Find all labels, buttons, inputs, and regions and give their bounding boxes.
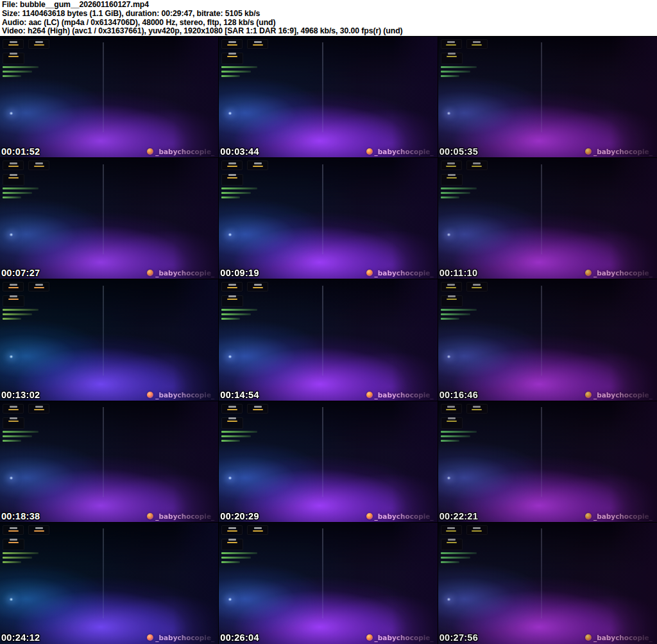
- video-thumbnail: 00:07:27 _babychocopie_: [0, 158, 219, 279]
- overlay-chat-lines: [221, 309, 257, 320]
- overlay-timer-box: [441, 295, 463, 307]
- watermark: _babychocopie_: [585, 512, 653, 520]
- watermark: _babychocopie_: [366, 512, 434, 520]
- overlay-chat-lines: [3, 552, 38, 563]
- stage-lamp-glow: [228, 355, 232, 358]
- stream-overlay-widgets: [3, 161, 54, 187]
- overlay-timer-box: [3, 295, 24, 307]
- overlay-chat-lines: [221, 431, 257, 442]
- stream-overlay-widgets: [3, 39, 54, 65]
- watermark-logo-icon: [585, 392, 592, 398]
- video-thumbnail: 00:01:52 _babychocopie_: [0, 37, 219, 158]
- stage-lamp-glow: [447, 112, 451, 115]
- overlay-timer-box: [3, 417, 24, 429]
- watermark: _babychocopie_: [366, 634, 434, 641]
- video-thumbnail: 00:27:56 _babychocopie_: [438, 523, 657, 644]
- stage-lamp-glow: [447, 598, 451, 601]
- overlay-counter-box: [441, 525, 462, 535]
- overlay-chat-lines: [221, 66, 257, 77]
- overlay-chat-lines: [3, 431, 38, 442]
- overlay-counter-box: [441, 161, 462, 170]
- stream-overlay-widgets: [3, 404, 54, 430]
- overlay-counter-box: [28, 39, 49, 49]
- thumbnail-grid: 00:01:52 _babychocopie_ 00:03:44 _babych…: [0, 37, 657, 644]
- watermark-logo-icon: [366, 148, 373, 155]
- overlay-counter-box: [247, 404, 268, 413]
- pole-decoration: [541, 164, 542, 254]
- watermark: _babychocopie_: [366, 148, 434, 155]
- file-size-line: Size: 1140463618 bytes (1.1 GiB), durati…: [2, 10, 655, 19]
- audio-codec-line: Audio: aac (LC) (mp4a / 0x6134706D), 480…: [2, 19, 655, 28]
- overlay-timer-box: [3, 174, 24, 186]
- overlay-chat-lines: [3, 66, 38, 77]
- overlay-counter-box: [221, 404, 243, 413]
- overlay-timer-box: [221, 295, 243, 307]
- video-thumbnail: 00:18:38 _babychocopie_: [0, 401, 219, 523]
- video-codec-line: Video: h264 (High) (avc1 / 0x31637661), …: [2, 27, 655, 36]
- overlay-counter-box: [28, 161, 49, 170]
- overlay-counter-box: [28, 525, 49, 535]
- stream-overlay-widgets: [221, 161, 273, 187]
- watermark-text: _babychocopie_: [593, 269, 653, 277]
- watermark-text: _babychocopie_: [593, 634, 653, 641]
- overlay-counter-box: [466, 404, 488, 413]
- watermark-logo-icon: [585, 148, 592, 155]
- watermark: _babychocopie_: [147, 512, 214, 520]
- stage-lamp-glow: [447, 233, 451, 236]
- stream-overlay-widgets: [3, 282, 54, 308]
- overlay-counter-box: [466, 525, 488, 535]
- stage-lamp-glow: [228, 233, 232, 236]
- stage-lamp-glow: [447, 355, 451, 358]
- overlay-counter-box: [441, 282, 462, 292]
- overlay-timer-box: [221, 53, 243, 64]
- timestamp-label: 00:27:56: [439, 632, 478, 643]
- video-thumbnail: 00:13:02 _babychocopie_: [0, 279, 219, 401]
- watermark: _babychocopie_: [366, 391, 434, 399]
- watermark: _babychocopie_: [147, 634, 214, 641]
- timestamp-label: 00:07:27: [1, 268, 40, 278]
- watermark-text: _babychocopie_: [155, 269, 214, 277]
- pole-decoration: [541, 286, 542, 376]
- timestamp-label: 00:11:10: [439, 268, 478, 278]
- stream-overlay-widgets: [441, 525, 492, 552]
- stage-lamp-glow: [9, 112, 13, 115]
- timestamp-label: 00:20:29: [220, 511, 259, 521]
- timestamp-label: 00:24:12: [1, 632, 40, 643]
- watermark-logo-icon: [585, 634, 592, 641]
- overlay-counter-box: [221, 525, 243, 535]
- overlay-chat-lines: [441, 309, 477, 320]
- pole-decoration: [322, 528, 323, 618]
- video-thumbnail: 00:14:54 _babychocopie_: [219, 279, 438, 401]
- overlay-timer-box: [441, 417, 463, 429]
- overlay-counter-box: [28, 282, 49, 292]
- overlay-chat-lines: [221, 552, 257, 563]
- overlay-counter-box: [3, 525, 24, 535]
- watermark: _babychocopie_: [585, 148, 653, 155]
- overlay-counter-box: [466, 161, 488, 170]
- stage-lamp-glow: [9, 355, 13, 358]
- timestamp-label: 00:18:38: [1, 511, 40, 521]
- overlay-chat-lines: [441, 431, 477, 442]
- overlay-timer-box: [221, 417, 243, 429]
- pole-decoration: [322, 164, 323, 254]
- watermark-logo-icon: [585, 513, 592, 519]
- overlay-counter-box: [441, 39, 462, 49]
- pole-decoration: [322, 407, 323, 497]
- video-thumbnail: 00:05:35 _babychocopie_: [438, 37, 657, 158]
- pole-decoration: [103, 407, 104, 497]
- stream-overlay-widgets: [221, 404, 273, 430]
- watermark: _babychocopie_: [585, 634, 653, 641]
- watermark-logo-icon: [147, 148, 153, 155]
- watermark-logo-icon: [366, 392, 373, 398]
- overlay-chat-lines: [441, 187, 477, 198]
- timestamp-label: 00:14:54: [220, 390, 259, 400]
- stream-overlay-widgets: [221, 282, 273, 308]
- pole-decoration: [103, 286, 104, 376]
- watermark-text: _babychocopie_: [155, 512, 214, 520]
- stage-lamp-glow: [447, 476, 451, 480]
- video-thumbnail: 00:20:29 _babychocopie_: [219, 401, 438, 523]
- overlay-timer-box: [441, 539, 463, 550]
- overlay-counter-box: [28, 404, 49, 413]
- overlay-counter-box: [466, 282, 488, 292]
- stream-overlay-widgets: [441, 282, 492, 308]
